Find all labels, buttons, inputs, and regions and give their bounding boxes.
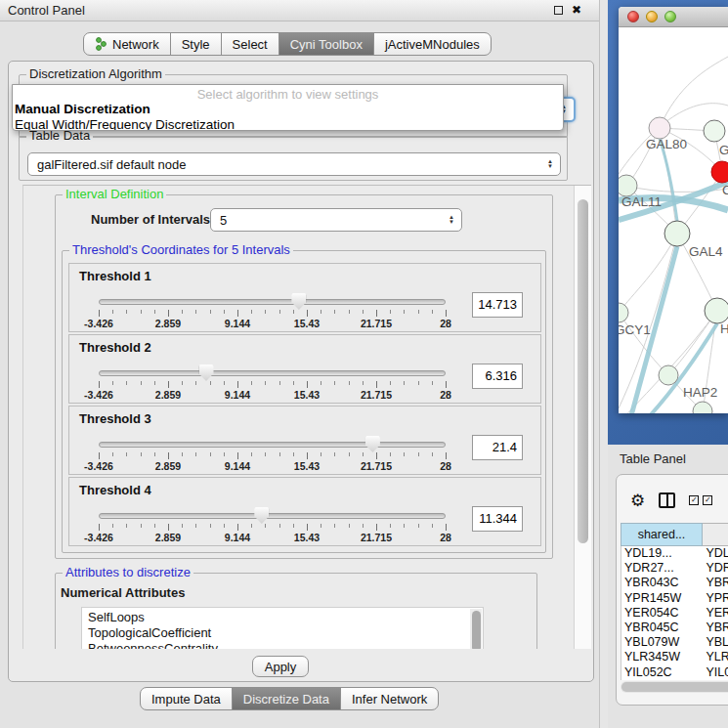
tab-style[interactable]: Style (170, 32, 222, 56)
viewport-scrollbar-thumb[interactable] (578, 199, 588, 543)
tab-impute-data[interactable]: Impute Data (140, 687, 233, 710)
slider-thumb[interactable] (365, 436, 380, 452)
tab-jactivemnodules[interactable]: jActiveMNodules (373, 32, 492, 56)
table-cell[interactable]: YIL0 (703, 665, 728, 680)
minimize-traffic-light-icon[interactable] (646, 11, 658, 22)
network-node-g[interactable] (704, 120, 725, 142)
tab-discretize-data[interactable]: Discretize Data (232, 687, 341, 710)
table-cell[interactable]: YLR3 (703, 650, 728, 664)
attributes-scrollbar[interactable] (470, 609, 482, 649)
threshold-value-field[interactable]: 14.713 (472, 292, 523, 318)
network-node-gal4[interactable] (664, 221, 690, 246)
slider-track[interactable] (99, 513, 446, 519)
checkbox-icon[interactable]: ✓ (703, 495, 712, 505)
slider-thumb[interactable] (254, 507, 269, 524)
table-cell[interactable]: YBR043C (621, 576, 703, 590)
table-row[interactable]: YPR145W YPR1 (621, 591, 728, 606)
slider-thumb[interactable] (291, 293, 306, 310)
table-row[interactable]: YDL19... YDL1 (621, 546, 728, 561)
table-cell[interactable]: YPR1 (703, 591, 728, 606)
attributes-scrollbar-thumb[interactable] (472, 611, 481, 649)
table-row[interactable]: YBR043C YBR0 (621, 576, 728, 590)
network-canvas[interactable]: GAL80 G. C GAL11 GAL4 GCY1 H HAP2 (619, 27, 728, 413)
network-node-gcy1[interactable] (619, 303, 628, 322)
slider-ticks (99, 452, 446, 460)
tab-cyni-toolbox[interactable]: Cyni Toolbox (278, 32, 374, 56)
threshold-value-field[interactable]: 6.316 (472, 364, 523, 389)
tab-infer-network[interactable]: Infer Network (340, 687, 439, 710)
table-cell[interactable]: YBR0 (703, 576, 728, 590)
table-row[interactable]: YDR27... YDR2 (621, 561, 728, 576)
apply-button[interactable]: Apply (252, 656, 309, 677)
thresholds-group: Threshold's Coordinates for 5 Intervals … (62, 250, 546, 553)
attribute-list-item[interactable]: BetweennessCentrality (88, 641, 483, 649)
tab-select[interactable]: Select (221, 32, 279, 56)
table-rows[interactable]: YDL19... YDL1 YDR27... YDR2 YBR043C YBR0… (621, 546, 728, 680)
column-header-name[interactable]: na (703, 523, 728, 546)
table-cell[interactable]: YLR345W (621, 650, 703, 664)
slider-track[interactable] (99, 442, 446, 448)
table-data-group-label: Table Data (26, 129, 93, 143)
table-hscrollbar-thumb[interactable] (621, 682, 728, 692)
threshold-slider[interactable]: -3.4262.8599.14415.4321.71528 (69, 264, 540, 331)
threshold-value-field[interactable]: 21.4 (472, 435, 523, 460)
cyni-toolbox-panel: Discretization Algorithm ▲▼ Table Data g… (8, 61, 594, 682)
algorithm-option-manual[interactable]: Manual Discretization (13, 102, 563, 117)
bottom-tab-bar: Impute Data Discretize Data Infer Networ… (140, 687, 439, 710)
table-data-combobox[interactable]: galFiltered.sif default node ▲▼ (27, 152, 561, 176)
table-cell[interactable]: YIL052C (621, 665, 703, 680)
table-cell[interactable]: YER0 (703, 606, 728, 621)
num-intervals-combobox[interactable]: 5 ▲▼ (210, 208, 462, 232)
table-cell[interactable]: YBL0 (703, 635, 728, 650)
checkbox-icon[interactable]: ✓ (689, 495, 699, 505)
table-row[interactable]: YLR345W YLR3 (621, 650, 728, 664)
close-panel-icon[interactable]: ✖ (572, 4, 581, 16)
network-node-selected-red[interactable] (711, 161, 728, 183)
network-node-gal80[interactable] (649, 117, 670, 139)
table-row[interactable]: YIL052C YIL0 (621, 665, 728, 680)
table-cell[interactable]: YPR145W (621, 591, 703, 606)
attributes-group-label: Attributes to discretize (63, 566, 193, 579)
network-graph: GAL80 G. C GAL11 GAL4 GCY1 H HAP2 (619, 27, 728, 413)
network-node-h[interactable] (705, 298, 728, 323)
gear-icon[interactable]: ⚙ (630, 492, 645, 509)
table-hscrollbar[interactable] (621, 681, 728, 693)
threshold-slider[interactable]: -3.4262.8599.14415.4321.71528 (69, 478, 540, 545)
split-columns-icon[interactable] (659, 492, 675, 508)
table-cell[interactable]: YBR045C (621, 621, 703, 635)
table-cell[interactable]: YDR2 (703, 561, 728, 576)
numerical-attributes-list[interactable]: SelfLoops TopologicalCoefficient Between… (81, 607, 484, 649)
close-traffic-light-icon[interactable] (627, 11, 639, 22)
algorithm-placeholder-item[interactable]: Select algorithm to view settings (13, 87, 563, 102)
table-cell[interactable]: YBL079W (621, 635, 703, 650)
slider-track[interactable] (99, 299, 446, 305)
table-row[interactable]: YER054C YER0 (621, 606, 728, 621)
attribute-list-item[interactable]: TopologicalCoefficient (88, 625, 483, 641)
viewport-scrollbar[interactable] (574, 186, 591, 649)
attribute-list-item[interactable]: SelfLoops (88, 610, 483, 625)
table-cell[interactable]: YDR27... (621, 561, 703, 576)
column-header-shared-name[interactable]: shared... (621, 523, 703, 546)
table-cell[interactable]: YBR0 (703, 621, 728, 635)
float-window-icon[interactable] (554, 6, 563, 15)
zoom-traffic-light-icon[interactable] (664, 11, 676, 22)
network-node-gal11[interactable] (619, 175, 637, 196)
slider-track[interactable] (99, 370, 446, 376)
interval-definition-label: Interval Definition (63, 188, 166, 201)
network-node-hap2[interactable] (659, 365, 678, 385)
table-row[interactable]: YBR045C YBR0 (621, 621, 728, 635)
threshold-slider[interactable]: -3.4262.8599.14415.4321.71528 (69, 335, 540, 403)
network-node-partial[interactable] (693, 402, 712, 413)
node-label: GCY1 (619, 322, 651, 337)
table-data-group: Table Data galFiltered.sif default node … (19, 136, 568, 181)
threshold-slider[interactable]: -3.4262.8599.14415.4321.71528 (69, 407, 540, 474)
algorithm-dropdown-popup: Select algorithm to view settings Manual… (12, 84, 564, 131)
threshold-value-field[interactable]: 11.344 (472, 506, 523, 532)
table-cell[interactable]: YER054C (621, 606, 703, 621)
table-row[interactable]: YBL079W YBL0 (621, 635, 728, 650)
tab-network[interactable]: Network (83, 32, 171, 56)
table-cell[interactable]: YDL1 (703, 546, 728, 561)
table-cell[interactable]: YDL19... (621, 546, 703, 561)
slider-thumb[interactable] (199, 364, 214, 381)
algorithm-option-equal-width[interactable]: Equal Width/Frequency Discretization (13, 117, 563, 131)
